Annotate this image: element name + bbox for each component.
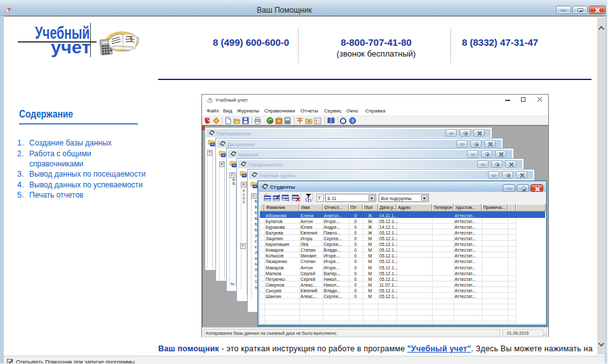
svg-text:?: ? [351, 118, 355, 124]
